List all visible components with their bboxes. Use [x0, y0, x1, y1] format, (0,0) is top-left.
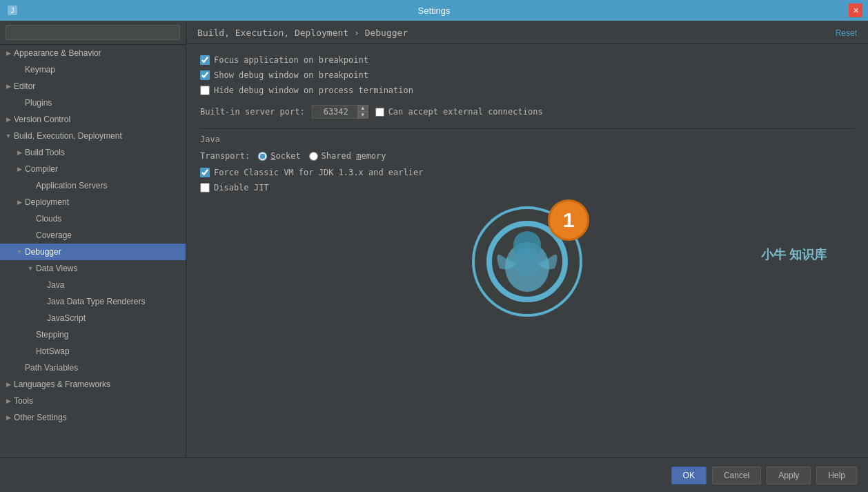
sidebar-label-clouds: Clouds — [36, 212, 61, 226]
tree-arrow-clouds — [25, 213, 36, 224]
badge-number: 1 — [548, 199, 589, 241]
tree-arrow-stepping — [25, 329, 36, 340]
port-down-button[interactable]: ▼ — [357, 112, 368, 119]
disable-jit-checkbox[interactable] — [200, 183, 210, 193]
reset-link[interactable]: Reset — [836, 28, 857, 38]
sidebar-label-application-servers: Application Servers — [36, 179, 107, 193]
window-title: Settings — [418, 6, 451, 16]
sidebar-label-java-data-type-renderers: Java Data Type Renderers — [47, 295, 146, 308]
sidebar-item-debugger[interactable]: ▼Debugger — [0, 244, 186, 260]
port-group: ▲ ▼ — [312, 105, 368, 119]
sidebar-label-coverage: Coverage — [36, 228, 72, 242]
sidebar-item-deployment[interactable]: ▶Deployment — [0, 194, 186, 210]
shared-memory-radio[interactable] — [309, 152, 318, 161]
sidebar-label-keymap: Keymap — [25, 63, 55, 77]
sidebar-item-stepping[interactable]: Stepping — [0, 326, 186, 343]
sidebar-label-build-tools: Build Tools — [25, 146, 65, 159]
tree-arrow-data-views: ▼ — [25, 263, 36, 274]
sidebar-label-tools: Tools — [14, 394, 33, 408]
port-spinner: ▲ ▼ — [357, 105, 368, 119]
sidebar-item-path-variables[interactable]: Path Variables — [0, 360, 186, 376]
sidebar-item-application-servers[interactable]: Application Servers — [0, 177, 186, 194]
sidebar-item-java[interactable]: Java — [0, 277, 186, 293]
sidebar-item-editor[interactable]: ▶Editor — [0, 78, 186, 95]
tree-arrow-other-settings: ▶ — [3, 412, 14, 423]
content-area: Build, Execution, Deployment › Debugger … — [186, 21, 868, 457]
sidebar-label-other-settings: Other Settings — [14, 411, 67, 424]
help-button[interactable]: Help — [816, 466, 857, 484]
sidebar-label-javascript: JavaScript — [47, 311, 86, 325]
focus-app-checkbox[interactable] — [200, 55, 210, 65]
watermark-container: 1 小牛 知识库 — [200, 206, 854, 317]
sidebar-item-hotswap[interactable]: HotSwap — [0, 343, 186, 360]
tree-arrow-hotswap — [25, 346, 36, 357]
apply-button[interactable]: Apply — [767, 466, 811, 484]
force-classic-checkbox[interactable] — [200, 168, 210, 177]
ok-button[interactable]: OK — [671, 466, 707, 484]
sidebar-item-coverage[interactable]: Coverage — [0, 227, 186, 244]
tree-arrow-appearance-behavior: ▶ — [3, 48, 14, 59]
sidebar-label-deployment: Deployment — [25, 195, 69, 209]
svg-text:J: J — [11, 7, 14, 14]
tree-arrow-plugins — [14, 97, 25, 108]
sidebar-item-plugins[interactable]: Plugins — [0, 95, 186, 111]
transport-label: Transport: — [200, 151, 250, 161]
show-debug-checkbox[interactable] — [200, 70, 210, 80]
sidebar-item-compiler[interactable]: ▶Compiler — [0, 161, 186, 177]
tree-arrow-java-data-type-renderers — [36, 296, 47, 307]
accept-external-checkbox[interactable] — [375, 108, 384, 117]
close-button[interactable]: ✕ — [849, 3, 862, 17]
port-up-button[interactable]: ▲ — [357, 105, 368, 112]
sidebar-item-javascript[interactable]: JavaScript — [0, 310, 186, 326]
sidebar-label-editor: Editor — [14, 79, 35, 93]
hide-debug-row: Hide debug window on process termination — [200, 86, 854, 95]
server-port-row: Built-in server port: ▲ ▼ Can accept ext… — [200, 105, 854, 119]
sidebar-item-clouds[interactable]: Clouds — [0, 210, 186, 227]
tree-arrow-languages-frameworks: ▶ — [3, 379, 14, 390]
breadcrumb: Build, Execution, Deployment › Debugger — [197, 28, 408, 38]
sidebar-item-version-control[interactable]: ▶Version Control — [0, 111, 186, 128]
tree-arrow-tools: ▶ — [3, 395, 14, 406]
show-debug-row: Show debug window on breakpoint — [200, 70, 854, 80]
sidebar-item-data-views[interactable]: ▼Data Views — [0, 260, 186, 277]
tree-arrow-build-execution-deployment: ▼ — [3, 130, 14, 141]
sidebar-item-languages-frameworks[interactable]: ▶Languages & Frameworks — [0, 376, 186, 393]
tree-arrow-path-variables — [14, 362, 25, 373]
hide-debug-checkbox[interactable] — [200, 86, 210, 95]
search-input[interactable] — [6, 25, 180, 40]
tree-arrow-application-servers — [25, 180, 36, 191]
java-section-header: Java — [200, 135, 854, 144]
tree-arrow-coverage — [25, 230, 36, 241]
tree-arrow-java — [36, 279, 47, 291]
sidebar-item-build-execution-deployment[interactable]: ▼Build, Execution, Deployment — [0, 128, 186, 144]
svg-point-5 — [513, 248, 541, 275]
tree-arrow-editor: ▶ — [3, 81, 14, 92]
socket-radio[interactable] — [258, 152, 267, 161]
content-header: Build, Execution, Deployment › Debugger … — [186, 21, 868, 44]
sidebar-item-java-data-type-renderers[interactable]: Java Data Type Renderers — [0, 293, 186, 310]
sidebar-label-compiler: Compiler — [25, 162, 58, 176]
focus-app-row: Focus application on breakpoint — [200, 55, 854, 65]
sidebar-label-debugger: Debugger — [25, 245, 61, 259]
sidebar-item-appearance-behavior[interactable]: ▶Appearance & Behavior — [0, 45, 186, 61]
cancel-button[interactable]: Cancel — [712, 466, 761, 484]
tree-arrow-deployment: ▶ — [14, 197, 25, 208]
sidebar-item-keymap[interactable]: Keymap — [0, 61, 186, 78]
shared-memory-radio-option: Shared memory — [309, 151, 386, 161]
sidebar-item-other-settings[interactable]: ▶Other Settings — [0, 409, 186, 426]
sidebar-label-java: Java — [47, 278, 64, 292]
force-classic-label: Force Classic VM for JDK 1.3.x and earli… — [214, 168, 423, 177]
tree-arrow-compiler: ▶ — [14, 164, 25, 175]
sidebar-label-hotswap: HotSwap — [36, 344, 70, 358]
search-box — [0, 21, 186, 45]
port-input[interactable] — [312, 105, 360, 119]
sidebar-label-stepping: Stepping — [36, 328, 68, 342]
sidebar-label-languages-frameworks: Languages & Frameworks — [14, 377, 110, 391]
disable-jit-label: Disable JIT — [214, 183, 268, 193]
sidebar-item-tools[interactable]: ▶Tools — [0, 393, 186, 409]
sidebar: ▶Appearance & Behavior Keymap▶Editor Plu… — [0, 21, 186, 457]
hide-debug-label: Hide debug window on process termination — [214, 86, 413, 95]
sidebar-item-build-tools[interactable]: ▶Build Tools — [0, 144, 186, 161]
sidebar-label-data-views: Data Views — [36, 262, 77, 275]
sidebar-label-build-execution-deployment: Build, Execution, Deployment — [14, 129, 122, 143]
